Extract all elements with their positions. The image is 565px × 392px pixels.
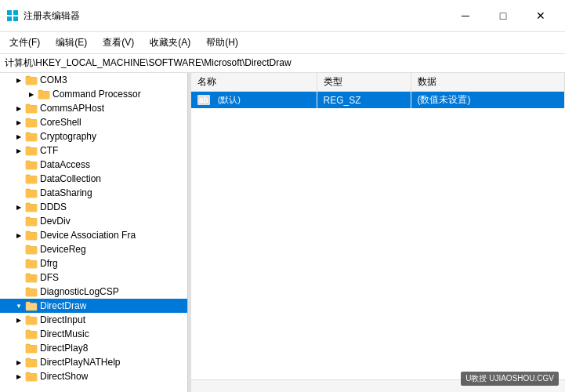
tree-item-directmusic[interactable]: DirectMusic bbox=[0, 327, 187, 341]
folder-icon bbox=[25, 357, 38, 368]
table-row[interactable]: ab(默认)REG_SZ(数值未设置) bbox=[191, 92, 565, 109]
tree-arrow[interactable] bbox=[13, 342, 25, 354]
tree-arrow[interactable] bbox=[13, 74, 25, 86]
folder-icon bbox=[25, 371, 38, 382]
tree-item-commandprocessor[interactable]: Command Processor bbox=[0, 87, 187, 101]
tree-arrow[interactable] bbox=[13, 172, 25, 185]
col-data: 数据 bbox=[411, 73, 565, 92]
tree-arrow[interactable] bbox=[13, 271, 25, 284]
tree-item-datasharing[interactable]: DataSharing bbox=[0, 186, 187, 200]
tree-item-datacollection[interactable]: DataCollection bbox=[0, 172, 187, 186]
folder-icon bbox=[25, 343, 38, 354]
tree-arrow[interactable] bbox=[13, 243, 25, 256]
tree-item-ddds[interactable]: DDDS bbox=[0, 200, 187, 214]
tree-item-diagnosticlogcsp[interactable]: DiagnosticLogCSP bbox=[0, 285, 187, 299]
table-scroll[interactable]: 名称 类型 数据 ab(默认)REG_SZ(数值未设置) bbox=[191, 73, 565, 379]
tree-label: Command Processor bbox=[53, 89, 141, 100]
tree-label: Device Association Fra bbox=[40, 230, 136, 241]
minimize-button[interactable]: ─ bbox=[447, 5, 484, 27]
tree-label: CommsAPHost bbox=[40, 103, 104, 114]
folder-icon bbox=[25, 173, 38, 184]
tree-label: CTF bbox=[40, 145, 58, 156]
tree-panel[interactable]: COM3 Command Processor CommsAPHost CoreS… bbox=[0, 73, 188, 392]
tree-item-cryptography[interactable]: Cryptography bbox=[0, 129, 187, 143]
close-button[interactable]: ✕ bbox=[523, 5, 559, 27]
maximize-button[interactable]: □ bbox=[485, 5, 521, 27]
tree-arrow[interactable] bbox=[13, 215, 25, 227]
tree-arrow[interactable] bbox=[13, 299, 25, 312]
svg-rect-3 bbox=[13, 16, 18, 21]
menu-item-edit[interactable]: 编辑(E) bbox=[49, 34, 93, 52]
tree-arrow[interactable] bbox=[13, 314, 25, 326]
menu-item-favorites[interactable]: 收藏夹(A) bbox=[143, 34, 197, 52]
folder-icon bbox=[25, 272, 38, 283]
tree-item-devicereg[interactable]: DeviceReg bbox=[0, 242, 187, 256]
tree-item-devdiv[interactable]: DevDiv bbox=[0, 214, 187, 228]
tree-item-directdraw[interactable]: DirectDraw bbox=[0, 299, 187, 313]
tree-label: DataSharing bbox=[40, 187, 92, 198]
tree-arrow[interactable] bbox=[25, 88, 38, 100]
tree-item-commsaphost[interactable]: CommsAPHost bbox=[0, 101, 187, 115]
tree-arrow[interactable] bbox=[13, 257, 25, 270]
svg-rect-1 bbox=[13, 10, 18, 15]
tree-label: DataCollection bbox=[40, 173, 101, 184]
tree-arrow[interactable] bbox=[13, 102, 25, 114]
tree-item-deviceassociation[interactable]: Device Association Fra bbox=[0, 228, 187, 242]
folder-icon bbox=[25, 286, 38, 297]
tree-arrow[interactable] bbox=[13, 144, 25, 157]
menu-item-view[interactable]: 查看(V) bbox=[96, 34, 140, 52]
tree-arrow[interactable] bbox=[13, 229, 25, 241]
tree-arrow[interactable] bbox=[13, 116, 25, 129]
tree-item-directinput[interactable]: DirectInput bbox=[0, 313, 187, 327]
tree-arrow[interactable] bbox=[13, 356, 25, 368]
folder-icon bbox=[25, 328, 38, 339]
reg-value-icon: ab bbox=[197, 95, 210, 105]
tree-arrow[interactable] bbox=[13, 187, 25, 199]
table-cell-type: REG_SZ bbox=[317, 92, 411, 109]
address-path: 计算机\HKEY_LOCAL_MACHINE\SOFTWARE\Microsof… bbox=[5, 56, 292, 70]
tree-label: DevDiv bbox=[40, 216, 71, 227]
tree-label: DirectInput bbox=[40, 314, 85, 325]
default-value-badge: (默认) bbox=[215, 93, 244, 107]
tree-arrow[interactable] bbox=[13, 285, 25, 298]
folder-icon bbox=[25, 300, 38, 311]
tree-item-dataaccess[interactable]: DataAccess bbox=[0, 158, 187, 172]
bottom-scrollbar[interactable] bbox=[191, 379, 565, 392]
menu-item-file[interactable]: 文件(F) bbox=[3, 34, 46, 52]
tree-item-ctf[interactable]: CTF bbox=[0, 143, 187, 158]
tree-item-dfs[interactable]: DFS bbox=[0, 270, 187, 285]
tree-arrow[interactable] bbox=[13, 370, 25, 383]
tree-label: Cryptography bbox=[40, 131, 96, 142]
tree-arrow[interactable] bbox=[13, 130, 25, 143]
right-panel: 名称 类型 数据 ab(默认)REG_SZ(数值未设置) bbox=[191, 73, 565, 392]
name-cell: ab(默认) bbox=[197, 93, 310, 107]
window-title: 注册表编辑器 bbox=[24, 9, 80, 23]
address-bar: 计算机\HKEY_LOCAL_MACHINE\SOFTWARE\Microsof… bbox=[0, 54, 565, 73]
tree-item-directshow[interactable]: DirectShow bbox=[0, 369, 187, 383]
tree-arrow[interactable] bbox=[13, 201, 25, 213]
tree-label: DirectShow bbox=[40, 371, 88, 382]
tree-item-dfrg[interactable]: Dfrg bbox=[0, 256, 187, 270]
tree-arrow[interactable] bbox=[13, 328, 25, 340]
tree-item-directplay8[interactable]: DirectPlay8 bbox=[0, 341, 187, 355]
menu-bar: 文件(F)编辑(E)查看(V)收藏夹(A)帮助(H) bbox=[0, 32, 565, 54]
folder-icon bbox=[25, 230, 38, 241]
title-bar: 注册表编辑器 ─ □ ✕ bbox=[0, 0, 565, 32]
tree-label: DiagnosticLogCSP bbox=[40, 286, 119, 297]
folder-icon bbox=[25, 103, 38, 114]
tree-item-com3[interactable]: COM3 bbox=[0, 73, 187, 87]
folder-icon bbox=[25, 117, 38, 128]
table-body: ab(默认)REG_SZ(数值未设置) bbox=[191, 92, 565, 109]
folder-icon bbox=[25, 159, 38, 170]
tree-item-coreshell[interactable]: CoreShell bbox=[0, 115, 187, 129]
tree-item-directplaynathelp[interactable]: DirectPlayNATHelp bbox=[0, 355, 187, 369]
tree-arrow[interactable] bbox=[13, 158, 25, 171]
tree-label: DataAccess bbox=[40, 159, 90, 170]
folder-icon bbox=[25, 145, 38, 156]
menu-item-help[interactable]: 帮助(H) bbox=[200, 34, 244, 52]
svg-rect-0 bbox=[7, 10, 12, 15]
col-type: 类型 bbox=[317, 73, 411, 92]
folder-icon bbox=[25, 187, 38, 198]
table-header: 名称 类型 数据 bbox=[191, 73, 565, 92]
svg-rect-2 bbox=[7, 16, 12, 21]
